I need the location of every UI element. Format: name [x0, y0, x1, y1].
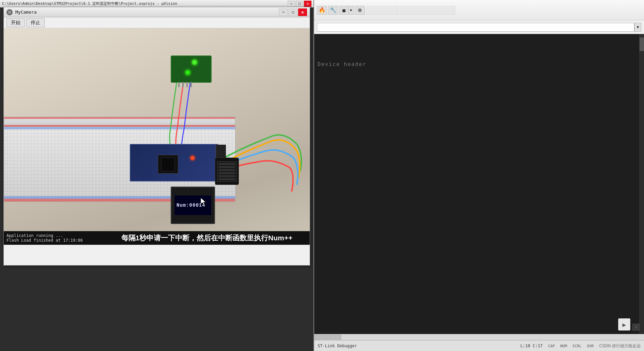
- caps-label: CAP: [548, 344, 555, 348]
- play-icon: ▶: [623, 321, 626, 328]
- camera-window-controls: − □ ×: [279, 9, 307, 16]
- green-led-2: [185, 70, 190, 75]
- scrl-label: SCRL: [572, 344, 582, 348]
- csdn-label: CSDN @行稳方能走远: [599, 343, 641, 349]
- expand-right-button[interactable]: ›: [632, 324, 639, 331]
- right-panel: 🔥 🔧 ▦ ▼ ⚙: [313, 0, 644, 351]
- grid-button-group: ▦ ▼: [339, 6, 354, 15]
- camera-maximize-button[interactable]: □: [289, 9, 297, 16]
- dropdown-arrow-icon: ▼: [350, 9, 352, 12]
- gear-button[interactable]: ⚙: [355, 6, 365, 15]
- flame-button[interactable]: 🔥: [317, 6, 327, 15]
- subtitle-text: 每隔1秒申请一下中断，然后在中断函数里执行Num++: [121, 234, 293, 242]
- horizontal-scrollbar[interactable]: [314, 334, 644, 340]
- play-button-container: ▶: [618, 318, 630, 331]
- tool-button[interactable]: 🔧: [328, 6, 338, 15]
- camera-title-text: MyCamera: [15, 10, 37, 15]
- black-connector: [215, 158, 239, 185]
- grid-dropdown-button[interactable]: ▼: [348, 6, 354, 15]
- ovr-label: OVR: [587, 344, 594, 348]
- toolbar-group-right: [366, 6, 641, 15]
- status-bar: ST-Link Debugger L:10 C:17 CAP NUM SCRL …: [314, 340, 644, 351]
- camera-minimize-button[interactable]: −: [279, 9, 288, 16]
- oled-screen: Num:00014: [174, 195, 212, 216]
- camera-window: MyCamera − □ × 开始 停止: [3, 7, 310, 266]
- camera-close-button[interactable]: ×: [298, 9, 307, 16]
- gear-icon: ⚙: [358, 7, 362, 13]
- breadboard-scene: Num:00014 ZA Application ru: [4, 28, 310, 245]
- device-header-label: Device header: [318, 61, 366, 67]
- minimize-button[interactable]: −: [288, 1, 295, 7]
- restore-button[interactable]: □: [296, 1, 303, 7]
- device-header-text: Device header: [318, 61, 366, 67]
- close-button[interactable]: ×: [304, 1, 311, 7]
- status-line2: Flash Load finished at 17:19:06: [6, 238, 107, 243]
- stm32-chip: [158, 155, 178, 174]
- green-led-1: [192, 60, 197, 65]
- expand-right-icon: ›: [634, 325, 637, 330]
- toolbar-group-1: 🔥 🔧 ▦ ▼ ⚙: [317, 6, 365, 15]
- tool-icon: 🔧: [330, 7, 337, 13]
- oled-display: Num:00014: [171, 187, 215, 224]
- start-button[interactable]: 开始: [6, 18, 25, 27]
- num-label: NUM: [560, 344, 567, 348]
- position-label: L:10 C:17: [520, 344, 542, 348]
- breadboard-strip: [4, 117, 235, 127]
- camera-viewport: Num:00014 ZA Application ru: [4, 28, 310, 245]
- camera-title-bar: MyCamera − □ ×: [4, 7, 310, 17]
- camera-status-area: Application running ... Flash Load finis…: [4, 231, 310, 245]
- right-toolbar: 🔥 🔧 ▦ ▼ ⚙: [314, 0, 644, 20]
- chevron-down-icon: ▼: [637, 25, 639, 29]
- grid-button[interactable]: ▦: [339, 6, 348, 15]
- search-bar-area: ▼: [314, 20, 644, 34]
- vertical-scrollbar[interactable]: [639, 34, 644, 334]
- camera-icon: [6, 9, 13, 15]
- stm32-led-red: [190, 156, 195, 160]
- camera-toolbar: 开始 停止: [4, 17, 310, 28]
- main-title-text: C:\Users\Admin\Desktop\STM32Project\6-1 …: [2, 1, 288, 6]
- main-title-bar: C:\Users\Admin\Desktop\STM32Project\6-1 …: [0, 0, 313, 7]
- green-module: [171, 55, 212, 83]
- stop-button[interactable]: 停止: [26, 18, 45, 27]
- code-area: Device header ›: [314, 34, 644, 334]
- status-line1: Application running ...: [6, 233, 107, 238]
- flame-icon: 🔥: [319, 7, 325, 13]
- oled-display-text: Num:00014: [177, 203, 205, 208]
- play-button[interactable]: ▶: [618, 318, 630, 331]
- grid-icon: ▦: [342, 7, 345, 13]
- scrollbar-thumb[interactable]: [640, 37, 644, 51]
- search-dropdown-arrow[interactable]: ▼: [634, 23, 641, 32]
- stm32-board: [130, 144, 218, 181]
- debugger-label: ST-Link Debugger: [318, 344, 357, 348]
